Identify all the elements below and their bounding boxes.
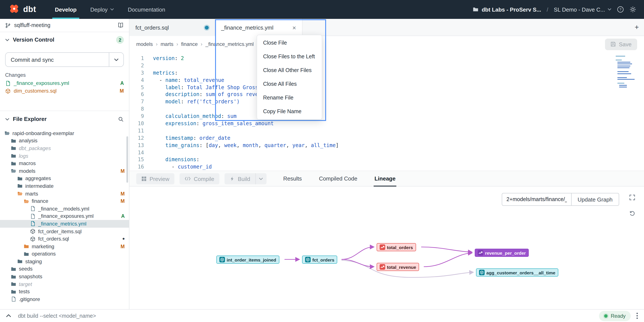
breadcrumb-finance[interactable]: finance <box>181 41 205 47</box>
settings-gear-button[interactable] <box>630 6 636 13</box>
folder-icon <box>472 7 478 13</box>
minimap[interactable] <box>616 56 634 89</box>
lineage-node-agg_customer_orders__all_time[interactable]: agg_customer_orders__all_time <box>476 268 558 276</box>
code-line-2[interactable]: 2 <box>130 62 644 70</box>
commit-and-sync-button[interactable]: Commit and sync <box>5 52 124 67</box>
code-line-14[interactable]: 14 <box>130 149 644 156</box>
chevron-up-icon[interactable] <box>6 314 11 317</box>
menu-item-close-files-to-the-left[interactable]: Close Files to the Left <box>257 50 322 64</box>
folder-icon <box>11 274 16 279</box>
tree-item-gitignore[interactable]: .gitignore <box>0 295 129 303</box>
code-line-16[interactable]: 16 - customer_id <box>130 164 644 171</box>
code-editor[interactable]: 1version: 223metrics:4 - name: total_rev… <box>130 52 644 171</box>
nav-develop[interactable]: Develop <box>48 0 83 19</box>
tree-item-finance[interactable]: financeM <box>0 197 129 205</box>
code-lines: 1version: 223metrics:4 - name: total_rev… <box>130 52 644 171</box>
menu-item-close-file[interactable]: Close File <box>257 36 322 50</box>
tree-item-snapshots[interactable]: snapshots <box>0 273 129 280</box>
tab-fct_orders.sql[interactable]: fct_orders.sql <box>130 19 215 36</box>
breadcrumb-models[interactable]: models <box>136 41 160 47</box>
lineage-node-total_orders[interactable]: total_orders <box>377 243 416 251</box>
code-line-10[interactable]: 10 expression: gross_item_sales_amount <box>130 120 644 127</box>
tree-item-macros[interactable]: macros <box>0 160 129 167</box>
tab-results[interactable]: Results <box>282 171 303 186</box>
search-icon[interactable] <box>118 116 124 122</box>
changed-file-finance-exposures-yml[interactable]: _finance_exposures.ymlA <box>0 79 129 87</box>
help-button[interactable]: ? <box>617 6 624 13</box>
tree-item-finance-metrics-yml[interactable]: _finance_metrics.yml <box>0 220 129 227</box>
code-line-5[interactable]: 5 label: Total Jaffle Shop Gross Revenue <box>130 84 644 91</box>
tree-item-dbt-packages[interactable]: dbt_packages <box>0 145 129 152</box>
tree-item-staging[interactable]: staging <box>0 258 129 265</box>
top-navbar: dbt Develop Deploy Documentation dbt Lab… <box>0 0 644 19</box>
lineage-node-total_revenue[interactable]: total_revenue <box>377 263 419 271</box>
build-options-caret[interactable] <box>255 173 266 184</box>
code-line-11[interactable]: 11 <box>130 127 644 135</box>
file-explorer-header[interactable]: File Explorer <box>0 111 129 127</box>
code-line-4[interactable]: 4 - name: total_revenue <box>130 77 644 84</box>
breadcrumb-file[interactable]: _finance_metrics.yml <box>206 41 261 47</box>
docs-book-icon[interactable] <box>118 23 124 28</box>
command-input[interactable]: dbt build --select <model_name> <box>18 313 96 319</box>
tree-item-rapid-onboarding-exemplar[interactable]: rapid-onboarding-exemplar <box>0 130 129 137</box>
code-line-12[interactable]: 12 timestamp: order_date <box>130 135 644 142</box>
code-line-15[interactable]: 15 dimensions: <box>130 156 644 164</box>
save-button[interactable]: Save <box>605 38 637 50</box>
tree-item-fct-orders-sql[interactable]: fct_orders.sql• <box>0 235 129 243</box>
branch-row[interactable]: sqlfluff-meeting <box>0 19 129 32</box>
tree-item-seeds[interactable]: seeds <box>0 265 129 273</box>
preview-button[interactable]: Preview <box>136 173 174 184</box>
tree-item-finance-exposures-yml[interactable]: _finance_exposures.ymlA <box>0 212 129 220</box>
new-tab-button[interactable]: + <box>634 19 639 36</box>
breadcrumb-marts[interactable]: marts <box>160 41 181 47</box>
code-line-3[interactable]: 3metrics: <box>130 70 644 77</box>
menu-item-close-all-other-files[interactable]: Close All Other Files <box>257 64 322 77</box>
close-tab-icon[interactable]: × <box>292 24 296 31</box>
menu-item-rename-file[interactable]: Rename File <box>257 91 322 105</box>
folder-open-icon <box>4 131 10 136</box>
tree-item-intermediate[interactable]: intermediate <box>0 182 129 190</box>
menu-item-close-all-files[interactable]: Close All Files <box>257 77 322 91</box>
lineage-node-revenue_per_order[interactable]: revenue_per_order <box>475 249 529 257</box>
tree-item-tests[interactable]: tests <box>0 288 129 295</box>
project-switcher[interactable]: SL Demo - Dave C... <box>554 6 612 13</box>
code-line-7[interactable]: 7 model: ref('fct_orders') <box>130 98 644 106</box>
code-line-6[interactable]: 6 description: sum of gross revenue <box>130 91 644 98</box>
tree-item-fct-order-items-sql[interactable]: fct_order_items.sql <box>0 227 129 235</box>
build-button[interactable]: Build <box>224 173 255 184</box>
menu-item-copy-file-name[interactable]: Copy File Name <box>257 105 322 118</box>
status-badge[interactable]: Ready <box>599 311 631 321</box>
code-line-13[interactable]: 13 time_grains: [day, week, month, quart… <box>130 142 644 149</box>
tree-scrollbar[interactable] <box>126 136 128 183</box>
path-separator: / <box>547 6 548 13</box>
dbt-logo[interactable]: dbt <box>8 4 36 15</box>
compile-button[interactable]: Compile <box>180 173 220 184</box>
account-switcher[interactable]: dbt Labs - ProServ S... <box>472 6 541 13</box>
tree-item-aggregates[interactable]: aggregates <box>0 175 129 182</box>
commit-options-caret[interactable] <box>109 53 124 67</box>
tree-item-target[interactable]: target <box>0 280 129 288</box>
tab-compiled-code[interactable]: Compiled Code <box>318 171 358 186</box>
lineage-node-fct_orders[interactable]: fct_orders <box>302 255 338 264</box>
code-line-8[interactable]: 8 <box>130 106 644 113</box>
lineage-panel[interactable]: int_order_items_joined fct_orders total_… <box>130 186 644 309</box>
save-floppy-icon <box>611 42 616 47</box>
tab-_finance_metrics.yml[interactable]: _finance_metrics.yml × <box>215 19 302 36</box>
code-line-1[interactable]: 1version: 2 <box>130 55 644 62</box>
version-control-header[interactable]: Version Control 2 <box>0 32 129 47</box>
tree-item-logs[interactable]: logs <box>0 152 129 160</box>
model-cube-icon <box>220 257 225 262</box>
code-line-9[interactable]: 9 calculation_method: sum <box>130 113 644 120</box>
tab-lineage[interactable]: Lineage <box>374 171 396 186</box>
nav-deploy[interactable]: Deploy <box>83 0 121 19</box>
tree-item-marts[interactable]: martsM <box>0 190 129 197</box>
changed-file-dim-customers-sql[interactable]: dim_customers.sqlM <box>0 87 129 95</box>
nav-documentation[interactable]: Documentation <box>121 0 172 19</box>
lineage-node-int_order_items_joined[interactable]: int_order_items_joined <box>216 255 279 264</box>
tree-item-models[interactable]: modelsM <box>0 167 129 175</box>
tree-item-operations[interactable]: operations <box>0 250 129 258</box>
tree-item-analysis[interactable]: analysis <box>0 137 129 145</box>
tree-item-finance-models-yml[interactable]: _finance__models.yml <box>0 205 129 212</box>
tree-item-marketing[interactable]: marketingM <box>0 243 129 250</box>
kebab-menu-icon[interactable] <box>636 312 638 319</box>
